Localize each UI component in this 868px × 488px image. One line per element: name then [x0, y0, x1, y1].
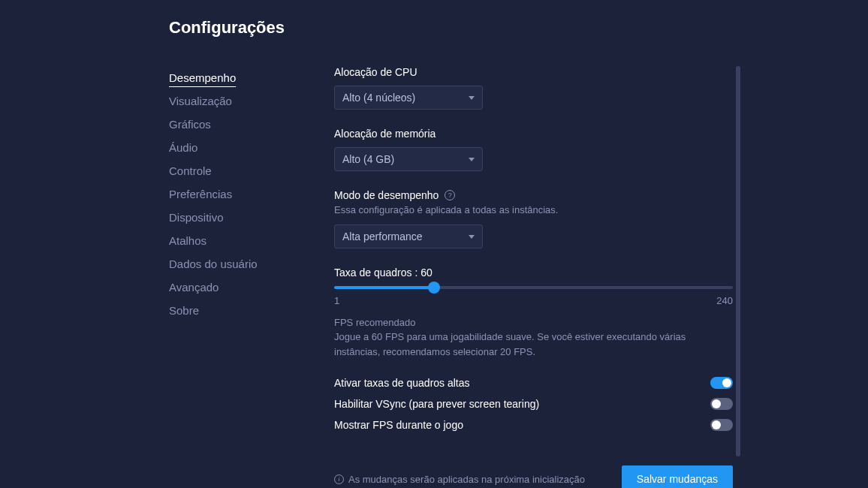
performance-mode-select[interactable]: Alta performance [334, 224, 483, 249]
help-icon[interactable]: ? [445, 190, 455, 200]
sidebar-item-audio[interactable]: Áudio [169, 136, 334, 159]
fps-slider-range: 1 240 [334, 295, 733, 306]
fps-max: 240 [716, 295, 733, 306]
caret-down-icon [469, 96, 475, 100]
memory-allocation-label: Alocação de memória [334, 128, 733, 140]
fps-recommended-text: Jogue a 60 FPS para uma jogabilidade sua… [334, 330, 733, 359]
sidebar-item-sobre[interactable]: Sobre [169, 299, 334, 322]
caret-down-icon [469, 158, 475, 161]
fps-slider-thumb[interactable] [428, 282, 440, 294]
performance-mode-value: Alta performance [342, 230, 423, 242]
sidebar-item-dados-usuario[interactable]: Dados do usuário [169, 252, 334, 276]
fps-slider-group: Taxa de quadros : 60 1 240 FPS recomenda… [334, 267, 733, 359]
footer-note-text: As mudanças serão aplicadas na próxima i… [348, 474, 585, 485]
toggle-knob [712, 399, 721, 408]
fps-recommended-title: FPS recomendado [334, 317, 733, 328]
performance-mode-subtext: Essa configuração é aplicada a todas as … [334, 204, 733, 215]
scrollbar[interactable] [736, 66, 740, 456]
memory-allocation-group: Alocação de memória Alto (4 GB) [334, 128, 733, 171]
save-button[interactable]: Salvar mudanças [622, 465, 733, 488]
sidebar-item-dispositivo[interactable]: Dispositivo [169, 206, 334, 229]
sidebar: Desempenho Visualização Gráficos Áudio C… [169, 66, 334, 488]
sidebar-item-preferencias[interactable]: Preferências [169, 182, 334, 206]
fps-slider[interactable] [334, 286, 733, 289]
caret-down-icon [469, 235, 475, 239]
cpu-allocation-value: Alto (4 núcleos) [342, 92, 415, 104]
toggle-vsync[interactable] [710, 398, 733, 410]
memory-allocation-select[interactable]: Alto (4 GB) [334, 147, 483, 171]
performance-mode-label: Modo de desempenho [334, 189, 439, 201]
cpu-allocation-group: Alocação de CPU Alto (4 núcleos) [334, 66, 733, 110]
toggle-label-vsync: Habilitar VSync (para prever screen tear… [334, 398, 539, 410]
fps-min: 1 [334, 295, 339, 306]
toggle-label-show-fps: Mostrar FPS durante o jogo [334, 419, 463, 431]
fps-slider-fill [334, 286, 434, 289]
memory-allocation-value: Alto (4 GB) [342, 153, 394, 165]
toggle-show-fps[interactable] [710, 419, 733, 431]
sidebar-item-avancado[interactable]: Avançado [169, 276, 334, 299]
page-title: Configurações [169, 18, 868, 38]
cpu-allocation-label: Alocação de CPU [334, 66, 733, 78]
footer-note: i As mudanças serão aplicadas na próxima… [334, 474, 585, 485]
toggle-row-show-fps: Mostrar FPS durante o jogo [334, 414, 733, 435]
sidebar-item-visualizacao[interactable]: Visualização [169, 89, 334, 113]
sidebar-item-graficos[interactable]: Gráficos [169, 113, 334, 136]
performance-mode-group: Modo de desempenho ? Essa configuração é… [334, 189, 733, 249]
sidebar-item-atalhos[interactable]: Atalhos [169, 229, 334, 252]
sidebar-item-desempenho[interactable]: Desempenho [169, 66, 334, 89]
footer-bar: i As mudanças serão aplicadas na próxima… [334, 465, 733, 488]
info-icon: i [334, 474, 344, 484]
main-panel: Alocação de CPU Alto (4 núcleos) Alocaçã… [334, 66, 868, 488]
toggle-knob [722, 378, 731, 387]
sidebar-item-controle[interactable]: Controle [169, 159, 334, 182]
toggle-row-vsync: Habilitar VSync (para prever screen tear… [334, 393, 733, 414]
fps-slider-label: Taxa de quadros : 60 [334, 267, 733, 279]
toggle-row-high-fps: Ativar taxas de quadros altas [334, 372, 733, 393]
toggle-knob [712, 420, 721, 429]
toggle-label-high-fps: Ativar taxas de quadros altas [334, 377, 470, 389]
toggle-high-fps[interactable] [710, 377, 733, 389]
cpu-allocation-select[interactable]: Alto (4 núcleos) [334, 86, 483, 110]
